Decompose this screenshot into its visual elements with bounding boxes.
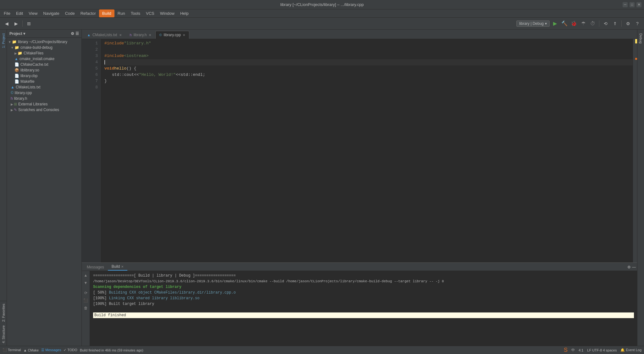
sidebar-tab-project[interactable]: 1: Project [1, 31, 6, 50]
tree-item-scratches[interactable]: ▶ ✎ Scratches and Consoles [7, 107, 81, 113]
recent-files-button[interactable]: ⊞ [25, 20, 33, 28]
tab-label-library-cpp: library.cpp [164, 33, 181, 37]
messages-tab-label: Messages [87, 265, 104, 269]
gutter-line-7 [82, 78, 88, 84]
tree-item-external-libraries[interactable]: ▶ ⊞ External Libraries [7, 101, 81, 107]
tab-cmakelists[interactable]: ▲ CMakeLists.txt ✕ [83, 31, 126, 39]
build-output-line-4: [ 50%] Building CXX object CMakeFiles/li… [93, 290, 634, 295]
tree-item-cmake-install[interactable]: ▲ cmake_install.cmake [7, 56, 81, 62]
window-controls[interactable]: ─ □ ✕ [623, 2, 641, 7]
op-1: << [134, 72, 139, 78]
status-encoding[interactable]: LF UTF-8 4 spaces [587, 348, 617, 352]
build-down-button[interactable]: ▼ [83, 280, 89, 286]
tree-item-cmakefiles[interactable]: ▶ 📁 CMakeFiles [7, 50, 81, 56]
code-line-6: std::cout << "Hello, World!" << std::end… [104, 72, 633, 78]
error-marker [635, 58, 637, 60]
menu-code[interactable]: Code [63, 10, 77, 17]
menu-edit[interactable]: Edit [14, 10, 25, 17]
cmake-tab[interactable]: ▲ CMake [23, 348, 39, 352]
project-tree: ▼ 📁 library ~/CLionProjects/library ▼ 📁 … [7, 38, 81, 346]
menu-vcs[interactable]: VCS [143, 10, 157, 17]
toolbar-separator-2 [599, 20, 599, 27]
build-tab-close[interactable]: ✕ [121, 265, 124, 268]
std-ns: std:: [112, 72, 124, 78]
close-button[interactable]: ✕ [636, 2, 641, 7]
tree-item-liblibrary[interactable]: 📦 liblibrary.so [7, 67, 81, 73]
debug-button[interactable]: 🐞 [570, 20, 578, 28]
tree-item-library-cpp[interactable]: © library.cpp [7, 90, 81, 96]
vcs-push-button[interactable]: ⇑ [611, 20, 619, 28]
structure-tab[interactable]: 4: Structure [1, 324, 6, 345]
bottom-panel: Messages Build ✕ ⚙ — ▲ ▼ ⟳ ⬛ 🗑 [82, 262, 637, 346]
code-line-4 [104, 59, 633, 65]
code-editor[interactable]: 1 2 3 4 5 6 7 8 #include "library.h" [82, 39, 637, 262]
help-button[interactable]: ? [633, 20, 641, 28]
build-rerun-button[interactable]: ⟳ [83, 290, 89, 296]
bottom-sidebar: ▲ ▼ ⟳ ⬛ 🗑 [82, 271, 90, 346]
menu-view[interactable]: View [26, 10, 40, 17]
menu-tools[interactable]: Tools [128, 10, 143, 17]
menu-window[interactable]: Window [158, 10, 177, 17]
tree-item-cmakecache[interactable]: 📄 CMakeCache.txt [7, 62, 81, 67]
minimize-button[interactable]: ─ [623, 2, 628, 7]
coverage-button[interactable]: ☂ [579, 20, 587, 28]
todo-tab[interactable]: ✓ TODO [64, 348, 77, 352]
tree-label-liblibrary: liblibrary.so [20, 68, 39, 72]
project-settings-icon[interactable]: ⚙ [71, 31, 74, 36]
tab-library-h[interactable]: h library.h ✕ [126, 31, 155, 39]
profile-button[interactable]: ⏱ [589, 20, 597, 28]
vcs-update-button[interactable]: ⟲ [602, 20, 610, 28]
tab-close-library-h[interactable]: ✕ [149, 33, 151, 37]
bottom-tab-build[interactable]: Build ✕ [108, 263, 128, 271]
event-log-icon[interactable]: 🔔 Event Log [620, 348, 641, 352]
tab-label-cmakelists: CMakeLists.txt [92, 33, 117, 37]
terminal-tab[interactable]: ⬛ Terminal [3, 348, 21, 352]
run-config-selector[interactable]: library | Debug ▾ [516, 20, 550, 27]
project-collapse-icon[interactable]: ☰ [75, 31, 79, 36]
gutter-line-4 [82, 59, 88, 65]
tab-library-cpp[interactable]: © library.cpp ✕ [155, 31, 190, 39]
tree-item-makefile[interactable]: 📄 Makefile [7, 79, 81, 84]
right-tab-debug[interactable]: Debug [638, 31, 644, 46]
status-position[interactable]: 4:1 [579, 348, 583, 352]
nav-forward-button[interactable]: ▶ [12, 20, 20, 28]
cmake-file-icon: ▲ [11, 85, 14, 89]
build-stop-button[interactable]: ⬛ [83, 297, 89, 304]
restore-button[interactable]: □ [630, 2, 635, 7]
menu-refactor[interactable]: Refactor [78, 10, 98, 17]
tree-item-library-cbp[interactable]: 📄 library.cbp [7, 73, 81, 79]
tab-close-cmakelists[interactable]: ✕ [119, 33, 122, 37]
cpp-file-icon: © [11, 91, 14, 95]
function-name: hello [114, 65, 126, 72]
menu-run[interactable]: Run [115, 10, 128, 17]
code-content[interactable]: #include "library.h" #include <iostream>… [101, 39, 633, 262]
build-clear-button[interactable]: 🗑 [83, 305, 89, 311]
run-button[interactable]: ▶ [551, 20, 559, 28]
tree-item-library-h[interactable]: h library.h [7, 96, 81, 101]
settings-button[interactable]: ⚙ [624, 20, 632, 28]
build-up-button[interactable]: ▲ [83, 272, 89, 278]
tree-item-cmake-build-debug[interactable]: ▼ 📁 cmake-build-debug [7, 45, 81, 50]
menu-help[interactable]: Help [178, 10, 191, 17]
favorites-tab[interactable]: 2: Favorites [1, 302, 6, 323]
menu-navigate[interactable]: Navigate [41, 10, 62, 17]
bottom-minimize-icon[interactable]: — [632, 265, 636, 269]
ext-lib-icon: ⊞ [14, 102, 17, 106]
tree-item-cmakelists[interactable]: ▲ CMakeLists.txt [7, 84, 81, 90]
toolbar-separator-1 [22, 20, 23, 27]
menu-file[interactable]: File [1, 10, 13, 17]
nav-back-button[interactable]: ◀ [3, 20, 11, 28]
line-num-4: 4 [88, 59, 98, 65]
tab-close-library-cpp[interactable]: ✕ [183, 33, 185, 37]
menu-build[interactable]: Build [99, 9, 114, 17]
line-num-1: 1 [88, 40, 98, 47]
tree-item-library-root[interactable]: ▼ 📁 library ~/CLionProjects/library [7, 39, 81, 45]
tree-label-cmakelists: CMakeLists.txt [16, 85, 41, 89]
build-output-line-2: /home/jason/Desktop/DEVTools/CLion-2019.… [93, 278, 634, 284]
status-text: Build finished in 466 ms (59 minutes ago… [80, 348, 143, 352]
bottom-settings-icon[interactable]: ⚙ [627, 265, 631, 269]
bottom-tab-messages[interactable]: Messages [83, 264, 108, 271]
messages-status-tab[interactable]: ☰ Messages [41, 348, 61, 352]
build-output-line-5: [100%] Linking CXX shared library liblib… [93, 295, 634, 301]
build-button[interactable]: 🔨 [560, 20, 569, 28]
